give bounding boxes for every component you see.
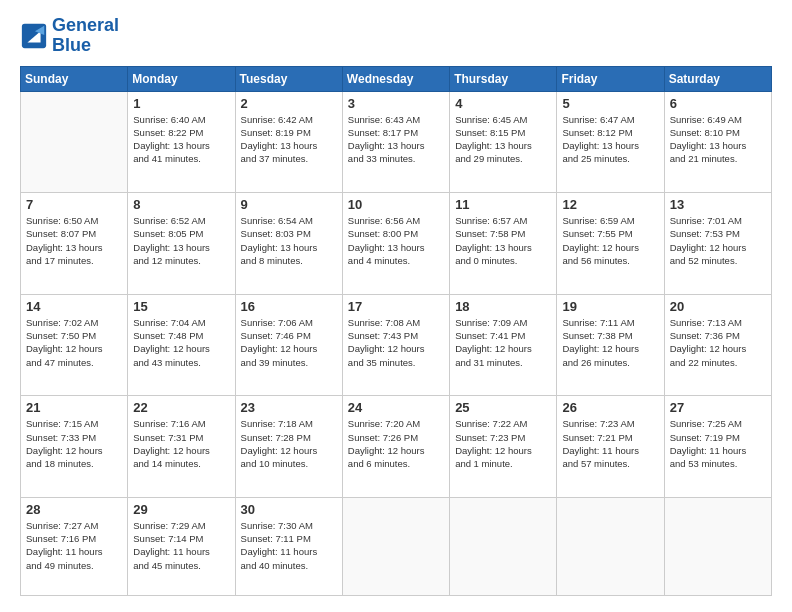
calendar-cell: 28Sunrise: 7:27 AM Sunset: 7:16 PM Dayli… — [21, 497, 128, 595]
logo: General Blue — [20, 16, 119, 56]
header-day-tuesday: Tuesday — [235, 66, 342, 91]
day-number: 9 — [241, 197, 337, 212]
day-info: Sunrise: 6:45 AM Sunset: 8:15 PM Dayligh… — [455, 113, 551, 166]
calendar-cell: 23Sunrise: 7:18 AM Sunset: 7:28 PM Dayli… — [235, 396, 342, 498]
calendar-cell: 24Sunrise: 7:20 AM Sunset: 7:26 PM Dayli… — [342, 396, 449, 498]
day-info: Sunrise: 7:25 AM Sunset: 7:19 PM Dayligh… — [670, 417, 766, 470]
day-number: 22 — [133, 400, 229, 415]
day-info: Sunrise: 6:49 AM Sunset: 8:10 PM Dayligh… — [670, 113, 766, 166]
calendar-cell: 2Sunrise: 6:42 AM Sunset: 8:19 PM Daylig… — [235, 91, 342, 193]
day-number: 19 — [562, 299, 658, 314]
calendar-cell: 1Sunrise: 6:40 AM Sunset: 8:22 PM Daylig… — [128, 91, 235, 193]
header-day-monday: Monday — [128, 66, 235, 91]
day-info: Sunrise: 7:01 AM Sunset: 7:53 PM Dayligh… — [670, 214, 766, 267]
calendar-cell: 6Sunrise: 6:49 AM Sunset: 8:10 PM Daylig… — [664, 91, 771, 193]
day-info: Sunrise: 7:08 AM Sunset: 7:43 PM Dayligh… — [348, 316, 444, 369]
day-number: 28 — [26, 502, 122, 517]
calendar-cell: 27Sunrise: 7:25 AM Sunset: 7:19 PM Dayli… — [664, 396, 771, 498]
calendar-cell: 9Sunrise: 6:54 AM Sunset: 8:03 PM Daylig… — [235, 193, 342, 295]
header-day-friday: Friday — [557, 66, 664, 91]
calendar-cell: 26Sunrise: 7:23 AM Sunset: 7:21 PM Dayli… — [557, 396, 664, 498]
calendar-cell: 18Sunrise: 7:09 AM Sunset: 7:41 PM Dayli… — [450, 294, 557, 396]
calendar-cell: 29Sunrise: 7:29 AM Sunset: 7:14 PM Dayli… — [128, 497, 235, 595]
calendar-cell: 17Sunrise: 7:08 AM Sunset: 7:43 PM Dayli… — [342, 294, 449, 396]
calendar-cell: 3Sunrise: 6:43 AM Sunset: 8:17 PM Daylig… — [342, 91, 449, 193]
day-number: 26 — [562, 400, 658, 415]
calendar-week-row: 21Sunrise: 7:15 AM Sunset: 7:33 PM Dayli… — [21, 396, 772, 498]
day-number: 5 — [562, 96, 658, 111]
calendar-cell: 19Sunrise: 7:11 AM Sunset: 7:38 PM Dayli… — [557, 294, 664, 396]
calendar-week-row: 28Sunrise: 7:27 AM Sunset: 7:16 PM Dayli… — [21, 497, 772, 595]
calendar-week-row: 14Sunrise: 7:02 AM Sunset: 7:50 PM Dayli… — [21, 294, 772, 396]
calendar-cell: 5Sunrise: 6:47 AM Sunset: 8:12 PM Daylig… — [557, 91, 664, 193]
day-info: Sunrise: 7:20 AM Sunset: 7:26 PM Dayligh… — [348, 417, 444, 470]
calendar-cell — [342, 497, 449, 595]
calendar-cell — [557, 497, 664, 595]
day-number: 29 — [133, 502, 229, 517]
day-number: 11 — [455, 197, 551, 212]
calendar-cell: 8Sunrise: 6:52 AM Sunset: 8:05 PM Daylig… — [128, 193, 235, 295]
day-info: Sunrise: 6:47 AM Sunset: 8:12 PM Dayligh… — [562, 113, 658, 166]
calendar-cell — [664, 497, 771, 595]
logo-text: General Blue — [52, 16, 119, 56]
day-info: Sunrise: 7:11 AM Sunset: 7:38 PM Dayligh… — [562, 316, 658, 369]
calendar-cell: 12Sunrise: 6:59 AM Sunset: 7:55 PM Dayli… — [557, 193, 664, 295]
day-number: 25 — [455, 400, 551, 415]
calendar-cell: 10Sunrise: 6:56 AM Sunset: 8:00 PM Dayli… — [342, 193, 449, 295]
day-number: 8 — [133, 197, 229, 212]
day-number: 24 — [348, 400, 444, 415]
day-info: Sunrise: 7:15 AM Sunset: 7:33 PM Dayligh… — [26, 417, 122, 470]
header-day-thursday: Thursday — [450, 66, 557, 91]
day-number: 7 — [26, 197, 122, 212]
header-day-wednesday: Wednesday — [342, 66, 449, 91]
calendar-header-row: SundayMondayTuesdayWednesdayThursdayFrid… — [21, 66, 772, 91]
day-info: Sunrise: 6:59 AM Sunset: 7:55 PM Dayligh… — [562, 214, 658, 267]
day-number: 10 — [348, 197, 444, 212]
day-info: Sunrise: 7:29 AM Sunset: 7:14 PM Dayligh… — [133, 519, 229, 572]
day-info: Sunrise: 7:22 AM Sunset: 7:23 PM Dayligh… — [455, 417, 551, 470]
day-info: Sunrise: 7:16 AM Sunset: 7:31 PM Dayligh… — [133, 417, 229, 470]
page-header: General Blue — [20, 16, 772, 56]
calendar-cell: 7Sunrise: 6:50 AM Sunset: 8:07 PM Daylig… — [21, 193, 128, 295]
calendar-cell: 21Sunrise: 7:15 AM Sunset: 7:33 PM Dayli… — [21, 396, 128, 498]
day-number: 21 — [26, 400, 122, 415]
day-info: Sunrise: 7:06 AM Sunset: 7:46 PM Dayligh… — [241, 316, 337, 369]
day-info: Sunrise: 6:43 AM Sunset: 8:17 PM Dayligh… — [348, 113, 444, 166]
calendar-cell: 14Sunrise: 7:02 AM Sunset: 7:50 PM Dayli… — [21, 294, 128, 396]
calendar-cell — [450, 497, 557, 595]
day-number: 27 — [670, 400, 766, 415]
day-number: 20 — [670, 299, 766, 314]
day-number: 16 — [241, 299, 337, 314]
day-info: Sunrise: 7:13 AM Sunset: 7:36 PM Dayligh… — [670, 316, 766, 369]
calendar-cell: 15Sunrise: 7:04 AM Sunset: 7:48 PM Dayli… — [128, 294, 235, 396]
day-number: 13 — [670, 197, 766, 212]
day-number: 18 — [455, 299, 551, 314]
day-number: 15 — [133, 299, 229, 314]
day-info: Sunrise: 7:18 AM Sunset: 7:28 PM Dayligh… — [241, 417, 337, 470]
logo-icon — [20, 22, 48, 50]
day-info: Sunrise: 6:52 AM Sunset: 8:05 PM Dayligh… — [133, 214, 229, 267]
calendar-cell — [21, 91, 128, 193]
day-number: 1 — [133, 96, 229, 111]
day-number: 6 — [670, 96, 766, 111]
day-info: Sunrise: 6:42 AM Sunset: 8:19 PM Dayligh… — [241, 113, 337, 166]
calendar-cell: 30Sunrise: 7:30 AM Sunset: 7:11 PM Dayli… — [235, 497, 342, 595]
day-number: 12 — [562, 197, 658, 212]
day-info: Sunrise: 7:27 AM Sunset: 7:16 PM Dayligh… — [26, 519, 122, 572]
header-day-sunday: Sunday — [21, 66, 128, 91]
calendar-cell: 11Sunrise: 6:57 AM Sunset: 7:58 PM Dayli… — [450, 193, 557, 295]
calendar-cell: 16Sunrise: 7:06 AM Sunset: 7:46 PM Dayli… — [235, 294, 342, 396]
calendar-cell: 20Sunrise: 7:13 AM Sunset: 7:36 PM Dayli… — [664, 294, 771, 396]
calendar-cell: 13Sunrise: 7:01 AM Sunset: 7:53 PM Dayli… — [664, 193, 771, 295]
calendar-cell: 4Sunrise: 6:45 AM Sunset: 8:15 PM Daylig… — [450, 91, 557, 193]
day-number: 30 — [241, 502, 337, 517]
day-info: Sunrise: 6:54 AM Sunset: 8:03 PM Dayligh… — [241, 214, 337, 267]
day-info: Sunrise: 6:50 AM Sunset: 8:07 PM Dayligh… — [26, 214, 122, 267]
calendar-cell: 25Sunrise: 7:22 AM Sunset: 7:23 PM Dayli… — [450, 396, 557, 498]
day-info: Sunrise: 6:57 AM Sunset: 7:58 PM Dayligh… — [455, 214, 551, 267]
day-info: Sunrise: 7:30 AM Sunset: 7:11 PM Dayligh… — [241, 519, 337, 572]
header-day-saturday: Saturday — [664, 66, 771, 91]
day-number: 23 — [241, 400, 337, 415]
day-info: Sunrise: 7:04 AM Sunset: 7:48 PM Dayligh… — [133, 316, 229, 369]
day-number: 2 — [241, 96, 337, 111]
